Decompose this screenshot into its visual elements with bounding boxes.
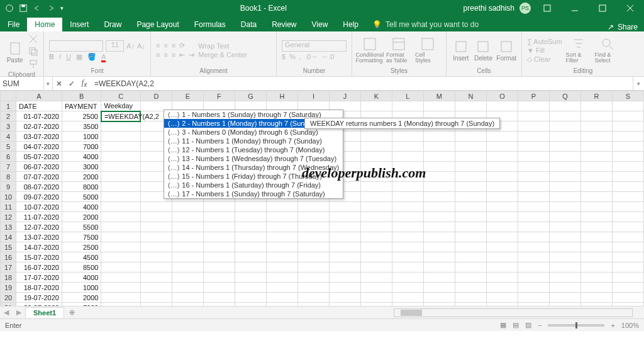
cell[interactable] — [203, 222, 235, 232]
autocomplete-option[interactable]: (…)17 - Numbers 1 (Sunday) through 7 (Sa… — [164, 189, 343, 198]
cell[interactable] — [172, 222, 203, 232]
cell[interactable] — [549, 121, 580, 132]
cell[interactable] — [455, 132, 486, 142]
cell[interactable] — [235, 242, 266, 252]
fill-color-icon[interactable]: 🪣 — [87, 53, 96, 61]
cell[interactable] — [329, 293, 360, 303]
tab-home[interactable]: Home — [27, 18, 62, 31]
cell[interactable] — [360, 182, 392, 192]
tab-file[interactable]: File — [0, 18, 27, 31]
cell[interactable] — [101, 293, 141, 303]
view-page-layout-icon[interactable]: ▤ — [513, 321, 519, 329]
cell[interactable] — [329, 252, 360, 262]
cell[interactable] — [518, 111, 549, 121]
decrease-font-icon[interactable]: A↓ — [137, 42, 145, 50]
cell[interactable] — [518, 172, 549, 182]
cell[interactable] — [423, 273, 455, 283]
cell[interactable] — [612, 212, 643, 222]
cell[interactable] — [297, 252, 329, 262]
cell[interactable] — [580, 222, 612, 232]
cell[interactable] — [455, 162, 486, 172]
cell[interactable] — [518, 142, 549, 152]
find-select-button[interactable]: Find & Select — [595, 37, 620, 64]
cell[interactable] — [486, 232, 518, 242]
cell[interactable] — [518, 152, 549, 162]
cell[interactable]: 17-07-2020 — [16, 273, 62, 283]
cell[interactable] — [392, 242, 423, 252]
cell[interactable] — [612, 111, 643, 121]
cell[interactable] — [266, 222, 297, 232]
col-header[interactable]: I — [297, 91, 329, 101]
cell[interactable] — [580, 252, 612, 262]
tab-data[interactable]: Data — [233, 18, 264, 31]
align-bottom-icon[interactable]: ≡ — [172, 42, 175, 50]
cell[interactable] — [392, 262, 423, 273]
cell[interactable] — [392, 212, 423, 222]
cell[interactable] — [549, 202, 580, 212]
cell[interactable] — [297, 202, 329, 212]
cell[interactable] — [203, 273, 235, 283]
cell[interactable] — [266, 273, 297, 283]
cell[interactable] — [392, 192, 423, 202]
merge-center-button[interactable]: Merge & Center — [198, 51, 247, 59]
cell[interactable] — [486, 192, 518, 202]
cell[interactable] — [360, 152, 392, 162]
add-sheet-icon[interactable]: ⊕ — [64, 308, 80, 317]
cell[interactable] — [360, 262, 392, 273]
row-header[interactable]: 21 — [1, 303, 16, 306]
cell[interactable] — [172, 242, 203, 252]
cell[interactable] — [518, 192, 549, 202]
cell[interactable] — [486, 132, 518, 142]
cell[interactable] — [518, 252, 549, 262]
formula-expand-icon[interactable]: ▾ — [633, 77, 644, 90]
conditional-formatting-button[interactable]: Conditional Formatting — [357, 37, 382, 64]
cell[interactable] — [423, 182, 455, 192]
cell[interactable]: 15-07-2020 — [16, 252, 62, 262]
undo-icon[interactable] — [33, 4, 42, 13]
cell[interactable] — [518, 262, 549, 273]
cell[interactable] — [172, 252, 203, 262]
cell[interactable] — [486, 202, 518, 212]
col-header[interactable]: E — [172, 91, 203, 101]
cell[interactable] — [101, 192, 141, 202]
cell[interactable] — [518, 182, 549, 192]
horizontal-scrollbar[interactable] — [394, 308, 633, 317]
cell[interactable] — [266, 262, 297, 273]
cell[interactable] — [392, 252, 423, 262]
cell[interactable]: 7500 — [62, 232, 101, 242]
align-left-icon[interactable]: ≡ — [156, 51, 160, 59]
cell[interactable]: 1000 — [62, 283, 101, 293]
cell[interactable]: 8000 — [62, 182, 101, 192]
cell[interactable] — [486, 142, 518, 152]
cell[interactable] — [549, 212, 580, 222]
paste-button[interactable]: Paste — [5, 42, 25, 64]
row-header[interactable]: 17 — [1, 262, 16, 273]
cell[interactable]: 16-07-2020 — [16, 262, 62, 273]
cell[interactable] — [101, 142, 141, 152]
cell[interactable] — [580, 283, 612, 293]
tell-me-search[interactable]: 💡 Tell me what you want to do — [366, 18, 485, 31]
ribbon-options-icon[interactable] — [536, 0, 558, 16]
cell[interactable] — [235, 232, 266, 242]
cell[interactable] — [140, 293, 172, 303]
cell[interactable]: 5000 — [62, 192, 101, 202]
select-all-corner[interactable] — [1, 91, 16, 101]
cell[interactable] — [140, 252, 172, 262]
font-family-select[interactable] — [49, 40, 103, 52]
cell[interactable] — [518, 132, 549, 142]
cell[interactable] — [486, 212, 518, 222]
cell[interactable] — [612, 132, 643, 142]
cell[interactable] — [455, 252, 486, 262]
cell[interactable] — [549, 252, 580, 262]
cell[interactable]: 8500 — [62, 262, 101, 273]
copy-icon[interactable] — [28, 47, 38, 58]
cell[interactable]: 14-07-2020 — [16, 242, 62, 252]
cell[interactable] — [549, 192, 580, 202]
cell[interactable] — [329, 262, 360, 273]
cell[interactable] — [580, 192, 612, 202]
cell[interactable] — [101, 273, 141, 283]
enter-formula-icon[interactable]: ✓ — [65, 77, 78, 90]
cell[interactable] — [455, 232, 486, 242]
save-icon[interactable] — [19, 4, 28, 13]
cell[interactable] — [329, 242, 360, 252]
